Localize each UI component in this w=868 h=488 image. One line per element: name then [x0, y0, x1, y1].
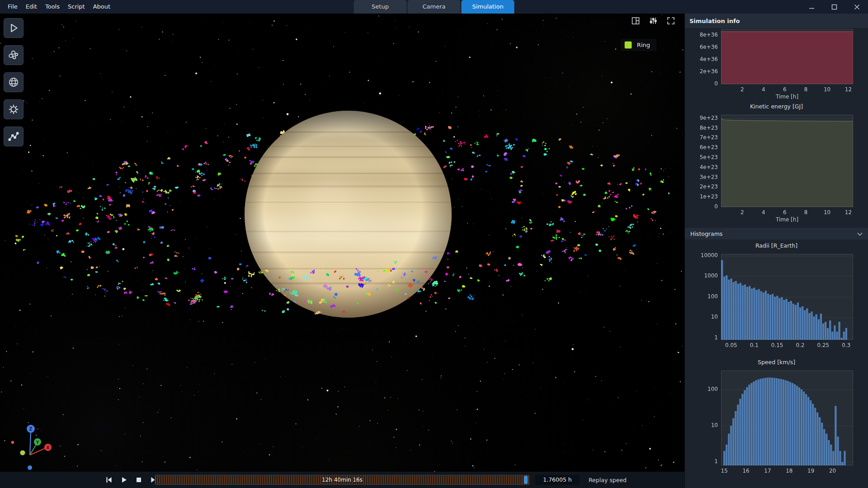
radii-histogram-chart	[685, 251, 868, 356]
timeline-slider[interactable]: 12h 40min 16s	[155, 475, 529, 485]
plots-button[interactable]	[4, 127, 24, 146]
menu-script[interactable]: Script	[64, 0, 89, 14]
settings-button[interactable]	[4, 99, 24, 119]
sidebar-title: Simulation info	[685, 14, 868, 29]
particles-icon	[8, 49, 19, 61]
replay-speed-value: 1.76005 h	[535, 475, 580, 485]
menu-tools[interactable]: Tools	[41, 0, 64, 14]
momentum-chart	[685, 29, 868, 100]
maximize-icon[interactable]	[828, 1, 840, 13]
left-toolbar	[4, 18, 24, 146]
speed-histogram-chart	[685, 368, 868, 482]
timeline-handle[interactable]	[524, 476, 528, 484]
speed-histogram-title: Speed [km/s]	[685, 359, 868, 368]
surface-view-button[interactable]	[4, 72, 24, 92]
viewport-header-icons	[630, 15, 676, 26]
tune-icon[interactable]	[648, 15, 659, 26]
menu-bar: File Edit Tools Script About	[0, 0, 114, 14]
titlebar: File Edit Tools Script About Setup Camer…	[0, 0, 868, 14]
play-icon	[8, 22, 19, 34]
kinetic-energy-chart	[685, 112, 868, 223]
skip-to-start-icon[interactable]	[103, 474, 115, 486]
viewport: Ring Z Y X	[0, 14, 684, 472]
tab-setup[interactable]: Setup	[354, 0, 407, 14]
fullscreen-icon[interactable]	[665, 15, 676, 26]
ring-legend[interactable]: Ring	[621, 39, 656, 51]
radii-histogram-title: Radii [R_Earth]	[685, 242, 868, 251]
main-tabs: Setup Camera Simulation	[354, 0, 515, 14]
menu-edit[interactable]: Edit	[22, 0, 41, 14]
simulation-info-panel: Simulation info Kinetic energy [GJ] Hist…	[684, 14, 868, 488]
particles-view-button[interactable]	[4, 45, 24, 65]
tab-simulation[interactable]: Simulation	[462, 0, 514, 14]
window-controls	[806, 0, 863, 14]
viewport-canvas[interactable]	[0, 14, 684, 472]
timeline-time-text: 12h 40min 16s	[156, 475, 529, 484]
app-window: File Edit Tools Script About Setup Camer…	[0, 0, 868, 488]
playback-bar: 12h 40min 16s 1.76005 h Replay speed	[0, 472, 684, 488]
chevron-down-icon[interactable]	[857, 230, 863, 237]
minimize-icon[interactable]	[806, 1, 817, 13]
plots-icon	[8, 131, 19, 142]
play-button-icon[interactable]	[118, 474, 130, 486]
globe-icon	[8, 76, 19, 88]
svg-text:Y: Y	[36, 440, 39, 445]
histograms-label: Histograms	[690, 230, 722, 237]
run-simulation-button[interactable]	[4, 18, 24, 38]
histograms-section-header[interactable]: Histograms	[685, 228, 868, 239]
stop-icon[interactable]	[133, 474, 145, 486]
svg-text:Z: Z	[29, 427, 32, 432]
close-icon[interactable]	[851, 1, 863, 13]
menu-about[interactable]: About	[89, 0, 114, 14]
svg-text:X: X	[47, 446, 50, 450]
panels-icon[interactable]	[630, 15, 641, 26]
tab-camera[interactable]: Camera	[408, 0, 461, 14]
playback-controls	[103, 472, 160, 488]
ring-color-swatch[interactable]	[624, 41, 632, 49]
replay-speed-label: Replay speed	[589, 472, 627, 488]
gear-icon	[8, 103, 19, 115]
kinetic-energy-title: Kinetic energy [GJ]	[685, 103, 868, 112]
ring-legend-label: Ring	[637, 42, 650, 48]
axes-gizmo: Z Y X	[0, 420, 68, 472]
menu-file[interactable]: File	[4, 0, 22, 14]
